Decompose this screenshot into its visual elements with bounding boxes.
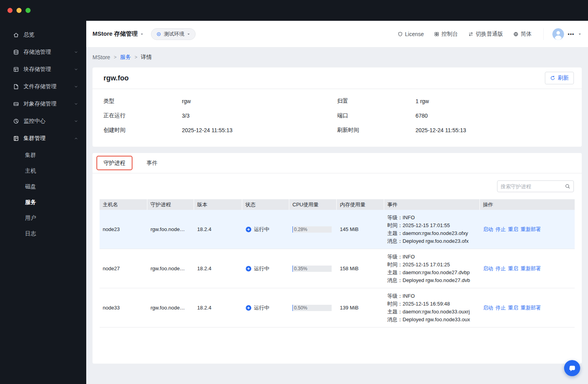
status-label: 运行中 xyxy=(254,304,269,311)
redeploy-action-link[interactable]: 重新部署 xyxy=(521,265,541,272)
switch-version-button[interactable]: 切换普通版 xyxy=(468,31,503,38)
sidebar-item-label: 存储池管理 xyxy=(24,49,74,56)
column-header-cpu: CPU使用量 xyxy=(289,199,337,210)
cpu-usage-bar: 0.28% xyxy=(292,226,332,233)
avatar[interactable] xyxy=(552,28,564,40)
running-status-icon xyxy=(245,266,252,272)
sidebar-subitem-log[interactable]: 日志 xyxy=(0,226,86,241)
sidebar-subitem-cluster[interactable]: 集群 xyxy=(0,147,86,163)
cpu-usage-bar: 0.50% xyxy=(292,305,332,311)
start-action-link[interactable]: 启动 xyxy=(483,226,493,233)
table-row: node23 rgw.foo.node… 18.2.4 运行中 0.28% 14… xyxy=(100,210,575,249)
redeploy-action-link[interactable]: 重新部署 xyxy=(521,304,541,311)
breadcrumb-separator: > xyxy=(134,55,137,60)
sidebar-item-storage-pool[interactable]: 存储池管理 xyxy=(0,44,86,61)
stop-action-link[interactable]: 停止 xyxy=(495,226,506,233)
sidebar-item-cluster-management[interactable]: 集群管理 xyxy=(0,130,86,147)
main-area: MStore 存储管理 测试环境 License 控制台 切换普通版 简 xyxy=(86,21,588,384)
cluster-icon xyxy=(13,135,19,142)
sidebar-item-overview[interactable]: 总览 xyxy=(0,26,86,44)
event-level-label: 等级： xyxy=(387,214,403,222)
chevron-down-icon xyxy=(74,119,78,124)
tab-events[interactable]: 事件 xyxy=(140,156,164,170)
breadcrumb: MStore > 服务 > 详情 xyxy=(86,47,588,67)
event-time-value: 2025-12-15 17:01:25 xyxy=(403,261,450,269)
language-label: 简体 xyxy=(521,31,532,38)
column-header-host: 主机名 xyxy=(100,199,147,210)
restart-action-link[interactable]: 重启 xyxy=(508,265,518,272)
status-badge: 运行中 xyxy=(245,265,289,272)
tab-daemons[interactable]: 守护进程 xyxy=(96,156,132,170)
globe-icon xyxy=(513,31,519,37)
event-level-label: 等级： xyxy=(387,253,403,261)
close-window-button[interactable] xyxy=(7,8,13,13)
environment-label: 测试环境 xyxy=(164,31,184,38)
start-action-link[interactable]: 启动 xyxy=(483,265,493,272)
sidebar-subitem-disk[interactable]: 磁盘 xyxy=(0,178,86,194)
breadcrumb-root[interactable]: MStore xyxy=(93,54,110,60)
sidebar-subitem-service[interactable]: 服务 xyxy=(0,194,86,210)
host-cell: node27 xyxy=(100,266,147,271)
event-message-value: Deployed rgw.foo.node23.ofx xyxy=(403,237,468,245)
more-menu[interactable]: ••• xyxy=(568,31,574,37)
event-message-value: Deployed rgw.foo.node33.oux xyxy=(403,316,470,324)
event-message-label: 消息： xyxy=(387,277,403,284)
sidebar-subitem-host[interactable]: 主机 xyxy=(0,163,86,178)
stop-action-link[interactable]: 停止 xyxy=(495,265,506,272)
column-header-memory: 内存使用量 xyxy=(337,199,384,210)
breadcrumb-current: 详情 xyxy=(141,54,152,61)
event-time-value: 2025-12-15 17:01:55 xyxy=(403,222,450,229)
chevron-down-icon xyxy=(74,102,78,106)
status-badge: 运行中 xyxy=(245,226,289,233)
event-message-value: Deployed rgw.foo.node27.dvb xyxy=(403,277,470,284)
field-value: 6780 xyxy=(416,113,571,119)
chat-support-button[interactable] xyxy=(564,360,580,376)
sidebar-item-object-storage[interactable]: 对象存储管理 xyxy=(0,95,86,113)
redeploy-action-link[interactable]: 重新部署 xyxy=(521,226,541,233)
search-icon[interactable] xyxy=(565,184,570,189)
monitoring-icon xyxy=(13,118,19,124)
sidebar-item-monitoring[interactable]: 监控中心 xyxy=(0,113,86,130)
event-cell: 等级：INFO 时间：2025-12-15 17:01:55 主题：daemon… xyxy=(384,214,480,245)
search-input[interactable] xyxy=(501,184,563,189)
caret-down-icon[interactable] xyxy=(578,32,582,36)
license-label: License xyxy=(405,31,424,37)
chevron-down-icon xyxy=(74,84,78,89)
refresh-button[interactable]: 刷新 xyxy=(545,72,574,84)
field-value: 1 rgw xyxy=(416,98,571,104)
cpu-usage-label: 0.28% xyxy=(294,226,307,233)
running-status-icon xyxy=(245,305,252,311)
field-port: 端口 6780 xyxy=(337,108,571,123)
version-cell: 18.2.4 xyxy=(194,305,242,311)
environment-selector[interactable]: 测试环境 xyxy=(151,28,196,40)
stop-action-link[interactable]: 停止 xyxy=(495,304,506,311)
language-button[interactable]: 简体 xyxy=(513,31,532,38)
license-button[interactable]: License xyxy=(397,31,424,37)
restart-action-link[interactable]: 重启 xyxy=(508,304,518,311)
page-title: rgw.foo xyxy=(103,74,129,82)
breadcrumb-section[interactable]: 服务 xyxy=(120,54,131,61)
cpu-usage-label: 0.35% xyxy=(294,266,307,272)
minimize-window-button[interactable] xyxy=(16,8,22,13)
refresh-label: 刷新 xyxy=(558,75,569,82)
event-time-label: 时间： xyxy=(387,261,403,269)
app-switcher[interactable]: MStore 存储管理 xyxy=(93,30,144,38)
event-subject-value: daemon:rgw.foo.node33.ouxrj xyxy=(403,308,470,316)
restart-action-link[interactable]: 重启 xyxy=(508,226,518,233)
start-action-link[interactable]: 启动 xyxy=(483,304,493,311)
object-storage-icon xyxy=(13,101,19,107)
zoom-window-button[interactable] xyxy=(25,8,31,13)
sidebar-item-file-storage[interactable]: 文件存储管理 xyxy=(0,78,86,95)
event-message-label: 消息： xyxy=(387,316,403,324)
sidebar-item-label: 对象存储管理 xyxy=(24,100,74,107)
status-label: 运行中 xyxy=(254,226,269,233)
event-level-value: INFO xyxy=(403,253,415,261)
app-title: MStore 存储管理 xyxy=(93,30,138,38)
console-button[interactable]: 控制台 xyxy=(434,31,458,38)
row-actions: 启动 停止 重启 重新部署 xyxy=(483,304,575,311)
sidebar-subitem-user[interactable]: 用户 xyxy=(0,210,86,226)
cpu-usage-label: 0.50% xyxy=(294,305,307,311)
sidebar-item-block-storage[interactable]: 块存储管理 xyxy=(0,61,86,78)
search-box xyxy=(497,180,574,192)
daemon-cell: rgw.foo.node… xyxy=(151,305,185,311)
